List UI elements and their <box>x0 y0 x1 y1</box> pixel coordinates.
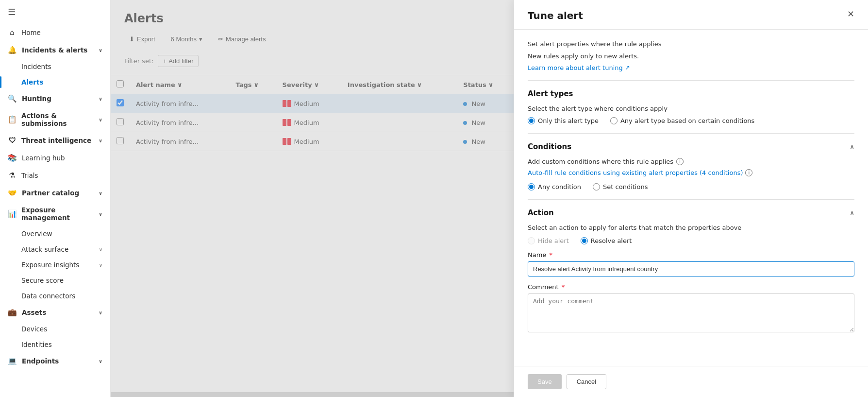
set-conditions-radio[interactable] <box>593 183 600 190</box>
chevron-down-icon: ∨ <box>99 247 102 252</box>
any-condition-option[interactable]: Any condition <box>528 183 581 190</box>
sidebar-item-overview[interactable]: Overview <box>0 226 110 242</box>
chevron-down-icon: ∨ <box>99 262 102 268</box>
autofill-info-icon[interactable]: i <box>745 169 752 176</box>
hide-alert-label: Hide alert <box>538 237 569 244</box>
sidebar-item-exposure-insights[interactable]: Exposure insights ∨ <box>0 257 110 273</box>
sidebar-item-incidents-alerts[interactable]: 🔔 Incidents & alerts ∨ <box>0 41 110 59</box>
section-title: Alert types <box>528 89 573 98</box>
sidebar-sub-label: Incidents <box>21 63 51 70</box>
sidebar-item-label: Exposure management <box>21 206 94 222</box>
assets-icon: 💼 <box>8 308 17 317</box>
sidebar-item-learning-hub[interactable]: 📚 Learning hub <box>0 149 110 167</box>
sidebar: ☰ ⌂ Home 🔔 Incidents & alerts ∨ Incident… <box>0 0 111 397</box>
chevron-down-icon: ∨ <box>99 138 102 143</box>
sidebar-item-identities[interactable]: Identities <box>0 337 110 352</box>
learn-more-link[interactable]: Learn more about alert tuning ↗ <box>528 64 630 71</box>
action-radio-group: Hide alert Resolve alert <box>528 237 854 244</box>
sidebar-item-exposure-management[interactable]: 📊 Exposure management ∨ <box>0 202 110 226</box>
conditions-radio-group: Any condition Set conditions <box>528 183 854 190</box>
exposure-icon: 📊 <box>8 209 17 218</box>
chevron-down-icon: ∨ <box>99 96 102 102</box>
sidebar-item-hunting[interactable]: 🔍 Hunting ∨ <box>0 90 110 107</box>
partner-icon: 🤝 <box>8 189 17 197</box>
conditions-label: Add custom conditions where this rule ap… <box>528 158 854 165</box>
panel-body: Set alert properties where the rule appl… <box>514 30 868 366</box>
learn-more-label: Learn more about alert tuning <box>528 64 623 71</box>
any-condition-label: Any condition <box>538 183 581 190</box>
sidebar-item-data-connectors[interactable]: Data connectors <box>0 288 110 304</box>
sidebar-item-threat-intelligence[interactable]: 🛡 Threat intelligence ∨ <box>0 132 110 149</box>
sidebar-item-partner-catalog[interactable]: 🤝 Partner catalog ∨ <box>0 184 110 202</box>
sidebar-sub-label: Attack surface <box>21 245 68 253</box>
any-type-label: Any alert type based on certain conditio… <box>620 117 754 124</box>
any-type-radio[interactable] <box>610 117 618 124</box>
required-star: * <box>560 283 565 291</box>
panel-footer: Save Cancel <box>514 366 868 397</box>
section-title: Conditions <box>528 142 571 151</box>
chevron-down-icon: ∨ <box>99 117 102 122</box>
section-title-row: Alert types <box>528 89 854 98</box>
hide-alert-option[interactable]: Hide alert <box>528 237 569 244</box>
conditions-info-icon[interactable]: i <box>676 158 684 165</box>
cancel-button[interactable]: Cancel <box>567 374 606 389</box>
sidebar-sub-label: Alerts <box>21 78 43 86</box>
hide-alert-radio[interactable] <box>528 237 535 244</box>
alert-types-radio-group: Only this alert type Any alert type base… <box>528 117 854 124</box>
incidents-alerts-icon: 🔔 <box>8 46 17 54</box>
sidebar-item-endpoints[interactable]: 💻 Endpoints ∨ <box>0 352 110 370</box>
sidebar-sub-label: Exposure insights <box>21 261 79 269</box>
only-this-type-option[interactable]: Only this alert type <box>528 117 599 124</box>
sidebar-item-incidents[interactable]: Incidents <box>0 59 110 74</box>
only-this-type-radio[interactable] <box>528 117 535 124</box>
sidebar-item-devices[interactable]: Devices <box>0 321 110 337</box>
chevron-down-icon: ∨ <box>99 48 102 53</box>
sidebar-sub-label: Identities <box>21 341 52 348</box>
any-condition-radio[interactable] <box>528 183 535 190</box>
hamburger-icon[interactable]: ☰ <box>0 0 110 24</box>
section-title: Action <box>528 208 554 217</box>
comment-label: Comment * <box>528 283 854 291</box>
sidebar-item-label: Home <box>21 29 41 36</box>
close-button[interactable]: ✕ <box>847 10 854 18</box>
set-conditions-option[interactable]: Set conditions <box>593 183 648 190</box>
external-link-icon: ↗ <box>625 64 630 71</box>
sidebar-sub-label: Secure score <box>21 276 64 284</box>
chevron-down-icon: ∨ <box>99 359 102 364</box>
action-section: Action ∧ Select an action to apply for a… <box>528 208 854 244</box>
sidebar-item-secure-score[interactable]: Secure score <box>0 273 110 288</box>
panel-header: Tune alert ✕ <box>514 0 868 30</box>
sidebar-item-label: Threat intelligence <box>21 137 91 144</box>
action-collapse-button[interactable]: ∧ <box>850 209 854 217</box>
conditions-collapse-button[interactable]: ∧ <box>850 143 854 151</box>
panel-title: Tune alert <box>528 10 583 21</box>
comment-textarea[interactable] <box>528 293 854 332</box>
sidebar-item-label: Partner catalog <box>22 189 79 197</box>
endpoints-icon: 💻 <box>8 357 17 365</box>
sidebar-item-label: Assets <box>22 309 46 316</box>
required-star: * <box>547 251 552 259</box>
sidebar-item-home[interactable]: ⌂ Home <box>0 24 110 41</box>
sidebar-item-label: Endpoints <box>22 357 59 365</box>
divider <box>528 199 854 200</box>
autofill-label: Auto-fill rule conditions using existing… <box>528 169 743 176</box>
sidebar-item-attack-surface[interactable]: Attack surface ∨ <box>0 242 110 257</box>
sidebar-item-label: Incidents & alerts <box>22 46 87 54</box>
learning-icon: 📚 <box>8 154 17 162</box>
actions-icon: 📋 <box>8 115 17 124</box>
sidebar-item-alerts[interactable]: Alerts <box>0 74 110 90</box>
sidebar-item-label: Trials <box>21 172 38 179</box>
sidebar-sub-label: Overview <box>21 230 52 238</box>
autofill-link[interactable]: Auto-fill rule conditions using existing… <box>528 169 854 176</box>
resolve-alert-radio[interactable] <box>581 237 588 244</box>
section-title-row: Conditions ∧ <box>528 142 854 151</box>
name-input[interactable] <box>528 261 854 276</box>
sidebar-item-trials[interactable]: ⚗ Trials <box>0 167 110 184</box>
overlay <box>111 0 514 397</box>
any-type-option[interactable]: Any alert type based on certain conditio… <box>610 117 754 124</box>
sidebar-item-assets[interactable]: 💼 Assets ∨ <box>0 304 110 321</box>
sidebar-item-actions-submissions[interactable]: 📋 Actions & submissions ∨ <box>0 107 110 132</box>
save-button[interactable]: Save <box>528 374 562 389</box>
sidebar-item-label: Hunting <box>22 95 51 103</box>
resolve-alert-option[interactable]: Resolve alert <box>581 237 632 244</box>
